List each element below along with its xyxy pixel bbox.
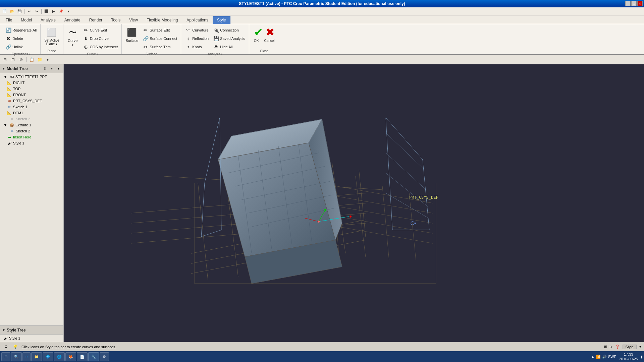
tab-render[interactable]: Render <box>85 16 107 24</box>
tree-item-front[interactable]: 📐 FRONT <box>0 92 63 98</box>
operations-group-label[interactable]: Operations ▾ <box>12 52 30 56</box>
style-tree-icon: 🖌 <box>3 336 8 341</box>
style-tree-item-style1[interactable]: 🖌 Style 1 <box>0 335 63 341</box>
start-button[interactable]: ⊞ <box>1 352 10 361</box>
tray-up-arrow[interactable]: ▲ <box>591 355 595 359</box>
surface-edit-button[interactable]: ✏ Surface Edit <box>141 26 179 34</box>
unlink-icon: 🔗 <box>5 44 12 50</box>
set-active-plane-button[interactable]: ⬜ Set ActivePlane ▾ <box>43 26 61 47</box>
tree-item-insert-here[interactable]: ➡ Insert Here <box>0 134 63 140</box>
delete-button[interactable]: ✖ Delete <box>3 35 38 43</box>
curvature-button[interactable]: 〰 Curvature <box>183 26 210 34</box>
reflection-button[interactable]: ↕ Reflection <box>183 35 210 43</box>
qa-open[interactable]: 📂 <box>9 8 15 15</box>
connection-button[interactable]: 🔌 Connection <box>211 26 247 34</box>
tree-item-extrude1[interactable]: ▼ 📦 Extrude 1 <box>0 122 63 128</box>
qa-undo[interactable]: ↩ <box>26 8 33 15</box>
drop-curve-button[interactable]: ⬇ Drop Curve <box>81 35 120 43</box>
surface-button[interactable]: ⬛ Surface <box>124 26 140 44</box>
tree-item-sketch2-gray[interactable]: ✏ Sketch 2 <box>0 116 63 122</box>
tree-item-sketch2[interactable]: ✏ Sketch 2 <box>0 128 63 134</box>
tb2-btn2[interactable]: ⊡ <box>9 56 17 63</box>
tree-item-top[interactable]: 📐 TOP <box>0 86 63 92</box>
tb2-btn3[interactable]: ⊕ <box>17 56 25 63</box>
svg-point-52 <box>318 221 320 223</box>
pdf-button[interactable]: 📄 <box>77 352 88 361</box>
hide-all-button[interactable]: 👁 Hide All <box>211 43 247 51</box>
tab-model[interactable]: Model <box>16 16 36 24</box>
model-tree-collapse[interactable]: ▼ <box>2 67 5 70</box>
surface-trim-button[interactable]: ✂ Surface Trim <box>141 43 179 51</box>
tree-item-sketch1[interactable]: ✏ Sketch 1 <box>0 104 63 110</box>
qa-btn3[interactable]: 📌 <box>58 8 64 15</box>
creo-button[interactable]: 🔧 <box>88 352 99 361</box>
tb2-btn5[interactable]: 📁 <box>36 56 43 63</box>
model-viewport-svg <box>64 64 644 342</box>
tray-show-desktop[interactable]: ▮ <box>641 355 643 359</box>
tab-file[interactable]: File <box>1 16 16 24</box>
tree-item-dtm1[interactable]: 📐 DTM1 <box>0 110 63 116</box>
tree-item-right[interactable]: 📐 RIGHT <box>0 80 63 86</box>
close-button[interactable]: ✕ <box>637 1 643 6</box>
tree-item-style1[interactable]: 🖌 Style 1 <box>0 140 63 146</box>
tab-style[interactable]: Style <box>213 16 230 24</box>
maximize-button[interactable]: □ <box>631 1 637 6</box>
curve-button[interactable]: 〜 Curve ▾ <box>65 26 80 48</box>
unlink-button[interactable]: 🔗 Unlink <box>3 43 38 51</box>
tab-tools[interactable]: Tools <box>107 16 125 24</box>
qa-save[interactable]: 💾 <box>16 8 23 15</box>
tab-analysis[interactable]: Analysis <box>36 16 60 24</box>
tree-icon-dtm1: 📐 <box>7 110 12 116</box>
cancel-button[interactable]: ✖ <box>266 27 275 38</box>
firefox-button[interactable]: 🦊 <box>65 352 76 361</box>
curve-dropdown-arrow: ▾ <box>97 53 98 56</box>
viewport[interactable]: 🔍 ⊞ 🔭 ⬜ ◱ ⬛ ⊡ ⊞ ⊕ ◧ ♻ ⚙ ⊟ ⬜ ⊞ <box>64 64 644 342</box>
ie-button[interactable]: e <box>22 352 31 361</box>
qa-btn2[interactable]: ▶ <box>50 8 57 15</box>
status-dropdown[interactable]: ▾ <box>639 345 641 349</box>
tab-applications[interactable]: Applications <box>182 16 213 24</box>
curve-edit-button[interactable]: ✏ Curve Edit <box>81 26 120 34</box>
curvature-label: Curvature <box>192 28 208 32</box>
tb2-btn6[interactable]: ▾ <box>44 56 51 63</box>
tree-dropdown[interactable]: ▾ <box>55 66 61 72</box>
model-tree-header: ▼ Model Tree ⚙ ≡ ▾ <box>0 64 63 73</box>
curve-group-label[interactable]: Curve ▾ <box>87 52 98 56</box>
secondary-toolbar: ⊞ ⊡ ⊕ 📋 📁 ▾ <box>0 55 644 64</box>
main-area: ▼ Model Tree ⚙ ≡ ▾ ▼ 🏷 STYLETEST1.PRT 📐 … <box>0 64 644 342</box>
ok-label: OK <box>254 39 259 43</box>
tree-settings[interactable]: ⚙ <box>42 66 48 72</box>
search-button[interactable]: 🔍 <box>11 352 22 361</box>
explorer-button[interactable]: 📁 <box>31 352 42 361</box>
tb2-btn1[interactable]: ⊞ <box>1 56 9 63</box>
plane-group-label: Plane <box>48 49 56 53</box>
qa-btn1[interactable]: ⬛ <box>43 8 50 15</box>
svg-point-54 <box>324 209 326 211</box>
minimize-button[interactable]: ─ <box>625 1 631 6</box>
regenerate-all-button[interactable]: 🔄 Regenerate All <box>3 26 38 34</box>
chrome-button[interactable]: 🌐 <box>54 352 65 361</box>
tree-item-root[interactable]: ▼ 🏷 STYLETEST1.PRT <box>0 74 63 80</box>
tree-filter[interactable]: ≡ <box>49 66 55 72</box>
analysis-group-label[interactable]: Analysis ▾ <box>208 52 222 56</box>
qa-redo[interactable]: ↪ <box>33 8 40 15</box>
cos-by-intersect-button[interactable]: ⊕ COS by Intersect <box>81 43 120 51</box>
qa-new[interactable]: 📄 <box>1 8 8 15</box>
tree-item-csys[interactable]: ⊕ PRT_CSYS_DEF <box>0 98 63 104</box>
style-tree-collapse[interactable]: ▼ <box>2 328 5 332</box>
surface-connect-button[interactable]: 🔗 Surface Connect <box>141 35 179 43</box>
tree-icon-sketch2g: ✏ <box>9 116 15 122</box>
tab-view[interactable]: View <box>125 16 142 24</box>
tab-annotate[interactable]: Annotate <box>60 16 85 24</box>
knots-button[interactable]: • Knots <box>183 43 210 51</box>
qa-dropdown[interactable]: ▾ <box>65 8 72 15</box>
tab-flexible-modeling[interactable]: Flexible Modeling <box>142 16 182 24</box>
tb2-btn4[interactable]: 📋 <box>28 56 35 63</box>
task-button[interactable]: ⚙ <box>100 352 109 361</box>
surface-edit-icon: ✏ <box>142 27 149 34</box>
ok-button[interactable]: ✔ <box>254 27 263 38</box>
dropbox-button[interactable]: 💠 <box>43 352 53 361</box>
saved-analysis-button[interactable]: 💾 Saved Analysis <box>211 35 247 43</box>
close-label: Close <box>260 49 269 53</box>
close-group-label: Close <box>260 49 269 53</box>
